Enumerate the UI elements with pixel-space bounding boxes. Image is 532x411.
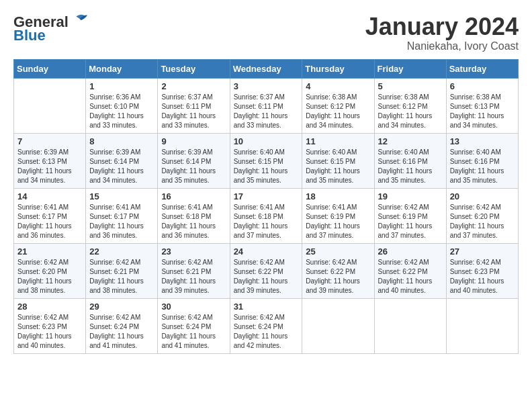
day-number: 14 [17, 191, 82, 201]
calendar-week-row: 21Sunrise: 6:42 AM Sunset: 6:20 PM Dayli… [14, 243, 519, 298]
calendar-header-row: SundayMondayTuesdayWednesdayThursdayFrid… [14, 59, 519, 78]
day-number: 13 [450, 136, 515, 146]
day-info: Sunrise: 6:39 AM Sunset: 6:14 PM Dayligh… [161, 148, 226, 185]
day-info: Sunrise: 6:42 AM Sunset: 6:23 PM Dayligh… [17, 313, 82, 351]
location-subtitle: Naniekaha, Ivory Coast [365, 40, 519, 52]
month-year-title: January 2024 [365, 13, 519, 40]
calendar-cell: 29Sunrise: 6:42 AM Sunset: 6:24 PM Dayli… [86, 298, 158, 353]
day-number: 27 [450, 246, 515, 257]
day-number: 16 [161, 191, 226, 201]
day-info: Sunrise: 6:39 AM Sunset: 6:13 PM Dayligh… [17, 148, 82, 185]
calendar-cell: 10Sunrise: 6:40 AM Sunset: 6:15 PM Dayli… [230, 133, 302, 188]
calendar-cell: 12Sunrise: 6:40 AM Sunset: 6:16 PM Dayli… [374, 133, 446, 188]
day-info: Sunrise: 6:41 AM Sunset: 6:18 PM Dayligh… [161, 203, 226, 240]
calendar-cell: 6Sunrise: 6:38 AM Sunset: 6:13 PM Daylig… [446, 78, 518, 133]
day-info: Sunrise: 6:41 AM Sunset: 6:18 PM Dayligh… [234, 203, 299, 240]
calendar-cell [446, 298, 518, 353]
day-number: 4 [306, 81, 370, 91]
day-number: 23 [161, 246, 226, 257]
calendar-cell: 15Sunrise: 6:41 AM Sunset: 6:17 PM Dayli… [86, 188, 158, 243]
calendar-cell: 24Sunrise: 6:42 AM Sunset: 6:22 PM Dayli… [230, 243, 302, 298]
day-info: Sunrise: 6:40 AM Sunset: 6:16 PM Dayligh… [450, 148, 515, 185]
day-info: Sunrise: 6:42 AM Sunset: 6:21 PM Dayligh… [161, 258, 226, 295]
day-number: 3 [234, 81, 299, 91]
calendar-cell: 2Sunrise: 6:37 AM Sunset: 6:11 PM Daylig… [158, 78, 230, 133]
column-header-tuesday: Tuesday [158, 59, 230, 78]
day-number: 15 [89, 191, 154, 201]
day-number: 8 [89, 136, 154, 146]
column-header-monday: Monday [86, 59, 158, 78]
day-info: Sunrise: 6:37 AM Sunset: 6:11 PM Dayligh… [234, 93, 299, 130]
day-number: 19 [378, 191, 443, 201]
day-info: Sunrise: 6:40 AM Sunset: 6:16 PM Dayligh… [378, 148, 443, 185]
calendar-cell: 4Sunrise: 6:38 AM Sunset: 6:12 PM Daylig… [302, 78, 374, 133]
day-info: Sunrise: 6:39 AM Sunset: 6:14 PM Dayligh… [89, 148, 154, 185]
day-number: 17 [234, 191, 299, 201]
calendar-cell: 28Sunrise: 6:42 AM Sunset: 6:23 PM Dayli… [14, 298, 86, 353]
calendar-cell: 1Sunrise: 6:36 AM Sunset: 6:10 PM Daylig… [86, 78, 158, 133]
day-number: 7 [17, 136, 82, 146]
calendar-week-row: 28Sunrise: 6:42 AM Sunset: 6:23 PM Dayli… [14, 298, 519, 353]
calendar-week-row: 1Sunrise: 6:36 AM Sunset: 6:10 PM Daylig… [14, 78, 519, 133]
calendar-cell: 23Sunrise: 6:42 AM Sunset: 6:21 PM Dayli… [158, 243, 230, 298]
calendar-cell: 19Sunrise: 6:42 AM Sunset: 6:19 PM Dayli… [374, 188, 446, 243]
day-info: Sunrise: 6:40 AM Sunset: 6:15 PM Dayligh… [306, 148, 370, 185]
calendar-cell: 30Sunrise: 6:42 AM Sunset: 6:24 PM Dayli… [158, 298, 230, 353]
day-number: 10 [234, 136, 299, 146]
day-info: Sunrise: 6:42 AM Sunset: 6:24 PM Dayligh… [234, 313, 299, 351]
calendar-cell: 9Sunrise: 6:39 AM Sunset: 6:14 PM Daylig… [158, 133, 230, 188]
calendar-table: SundayMondayTuesdayWednesdayThursdayFrid… [13, 59, 519, 354]
day-info: Sunrise: 6:42 AM Sunset: 6:24 PM Dayligh… [161, 313, 226, 351]
day-number: 28 [17, 302, 82, 312]
calendar-cell: 18Sunrise: 6:41 AM Sunset: 6:19 PM Dayli… [302, 188, 374, 243]
day-info: Sunrise: 6:42 AM Sunset: 6:24 PM Dayligh… [89, 313, 154, 351]
calendar-week-row: 7Sunrise: 6:39 AM Sunset: 6:13 PM Daylig… [14, 133, 519, 188]
day-number: 30 [161, 302, 226, 312]
day-number: 2 [161, 81, 226, 91]
calendar-cell: 26Sunrise: 6:42 AM Sunset: 6:22 PM Dayli… [374, 243, 446, 298]
day-info: Sunrise: 6:38 AM Sunset: 6:13 PM Dayligh… [450, 93, 515, 130]
calendar-cell: 31Sunrise: 6:42 AM Sunset: 6:24 PM Dayli… [230, 298, 302, 353]
day-info: Sunrise: 6:42 AM Sunset: 6:21 PM Dayligh… [89, 258, 154, 295]
logo: General Blue [13, 13, 89, 44]
calendar-cell: 25Sunrise: 6:42 AM Sunset: 6:22 PM Dayli… [302, 243, 374, 298]
day-number: 6 [450, 81, 515, 91]
calendar-cell: 3Sunrise: 6:37 AM Sunset: 6:11 PM Daylig… [230, 78, 302, 133]
calendar-cell: 5Sunrise: 6:38 AM Sunset: 6:12 PM Daylig… [374, 78, 446, 133]
day-number: 1 [89, 81, 154, 91]
day-number: 12 [378, 136, 443, 146]
day-info: Sunrise: 6:42 AM Sunset: 6:22 PM Dayligh… [306, 258, 370, 295]
calendar-cell: 21Sunrise: 6:42 AM Sunset: 6:20 PM Dayli… [14, 243, 86, 298]
day-info: Sunrise: 6:42 AM Sunset: 6:22 PM Dayligh… [234, 258, 299, 295]
calendar-week-row: 14Sunrise: 6:41 AM Sunset: 6:17 PM Dayli… [14, 188, 519, 243]
calendar-cell: 13Sunrise: 6:40 AM Sunset: 6:16 PM Dayli… [446, 133, 518, 188]
day-number: 18 [306, 191, 370, 201]
logo-blue: Blue [13, 27, 46, 44]
day-number: 20 [450, 191, 515, 201]
day-number: 31 [234, 302, 299, 312]
column-header-thursday: Thursday [302, 59, 374, 78]
calendar-cell: 11Sunrise: 6:40 AM Sunset: 6:15 PM Dayli… [302, 133, 374, 188]
column-header-saturday: Saturday [446, 59, 518, 78]
day-info: Sunrise: 6:42 AM Sunset: 6:19 PM Dayligh… [378, 203, 443, 240]
day-info: Sunrise: 6:41 AM Sunset: 6:19 PM Dayligh… [306, 203, 370, 240]
day-number: 11 [306, 136, 370, 146]
calendar-cell: 8Sunrise: 6:39 AM Sunset: 6:14 PM Daylig… [86, 133, 158, 188]
day-info: Sunrise: 6:38 AM Sunset: 6:12 PM Dayligh… [378, 93, 443, 130]
calendar-cell [374, 298, 446, 353]
calendar-cell: 7Sunrise: 6:39 AM Sunset: 6:13 PM Daylig… [14, 133, 86, 188]
column-header-wednesday: Wednesday [230, 59, 302, 78]
day-number: 25 [306, 246, 370, 257]
day-info: Sunrise: 6:41 AM Sunset: 6:17 PM Dayligh… [17, 203, 82, 240]
calendar-cell: 17Sunrise: 6:41 AM Sunset: 6:18 PM Dayli… [230, 188, 302, 243]
day-number: 5 [378, 81, 443, 91]
logo-bird-icon [70, 11, 89, 30]
day-info: Sunrise: 6:36 AM Sunset: 6:10 PM Dayligh… [89, 93, 154, 130]
day-info: Sunrise: 6:40 AM Sunset: 6:15 PM Dayligh… [234, 148, 299, 185]
day-info: Sunrise: 6:42 AM Sunset: 6:20 PM Dayligh… [450, 203, 515, 240]
page-header: General Blue January 2024 Naniekaha, Ivo… [13, 13, 519, 52]
day-number: 9 [161, 136, 226, 146]
day-info: Sunrise: 6:42 AM Sunset: 6:23 PM Dayligh… [450, 258, 515, 295]
column-header-friday: Friday [374, 59, 446, 78]
calendar-cell: 22Sunrise: 6:42 AM Sunset: 6:21 PM Dayli… [86, 243, 158, 298]
